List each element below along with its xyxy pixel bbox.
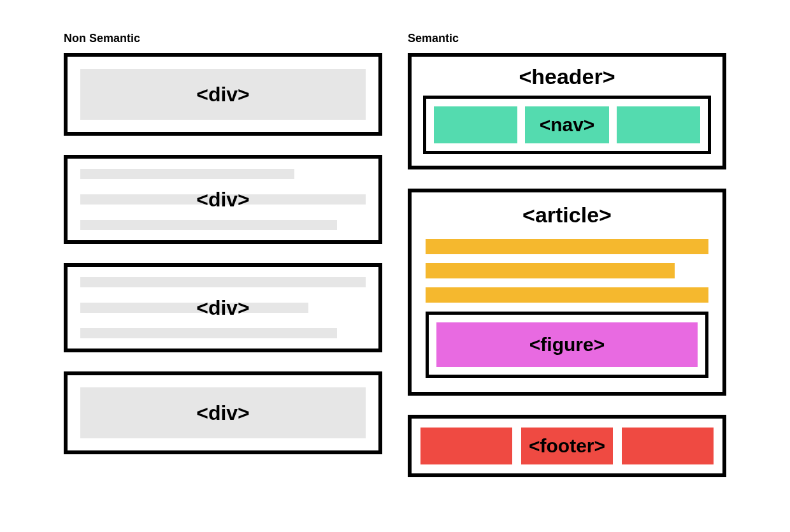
placeholder-bar	[80, 328, 337, 338]
semantic-article-box: <article> <figure>	[408, 189, 726, 396]
non-semantic-div-box-2: <div>	[64, 155, 382, 244]
placeholder-bar	[80, 303, 308, 313]
figure-tag-label: <figure>	[529, 334, 605, 356]
nav-item-block	[434, 106, 517, 143]
article-content-bar	[426, 239, 708, 254]
non-semantic-div-box-3: <div>	[64, 263, 382, 352]
semantic-column: Semantic <header> <nav> <article> <figur…	[408, 32, 726, 496]
non-semantic-div-box-1: <div>	[64, 53, 382, 136]
div-tag-label: <div>	[196, 83, 250, 106]
div-tag-label: <div>	[196, 296, 250, 320]
placeholder-bar	[80, 220, 337, 230]
semantic-title: Semantic	[408, 32, 726, 45]
article-content-bar	[426, 287, 708, 303]
diagram-container: Non Semantic <div> <div> <div> <div>	[64, 32, 726, 496]
article-tag-label: <article>	[426, 203, 708, 227]
article-content-bar	[426, 263, 675, 278]
div-tag-label: <div>	[196, 401, 250, 425]
footer-item-block	[420, 428, 512, 464]
non-semantic-div-box-4: <div>	[64, 371, 382, 454]
footer-tag-label: <footer>	[529, 435, 605, 457]
nav-tag-label: <nav>	[540, 114, 595, 136]
nav-item-block	[617, 106, 700, 143]
div-tag-label: <div>	[196, 188, 250, 212]
non-semantic-title: Non Semantic	[64, 32, 382, 45]
semantic-nav-box: <nav>	[423, 96, 711, 154]
footer-item-block	[622, 428, 714, 464]
semantic-footer-box: <footer>	[408, 415, 726, 477]
placeholder-bar	[80, 169, 294, 179]
semantic-header-box: <header> <nav>	[408, 53, 726, 169]
semantic-figure-box: <figure>	[426, 312, 708, 378]
header-tag-label: <header>	[423, 64, 711, 89]
placeholder-bar	[80, 277, 366, 287]
non-semantic-column: Non Semantic <div> <div> <div> <div>	[64, 32, 382, 496]
